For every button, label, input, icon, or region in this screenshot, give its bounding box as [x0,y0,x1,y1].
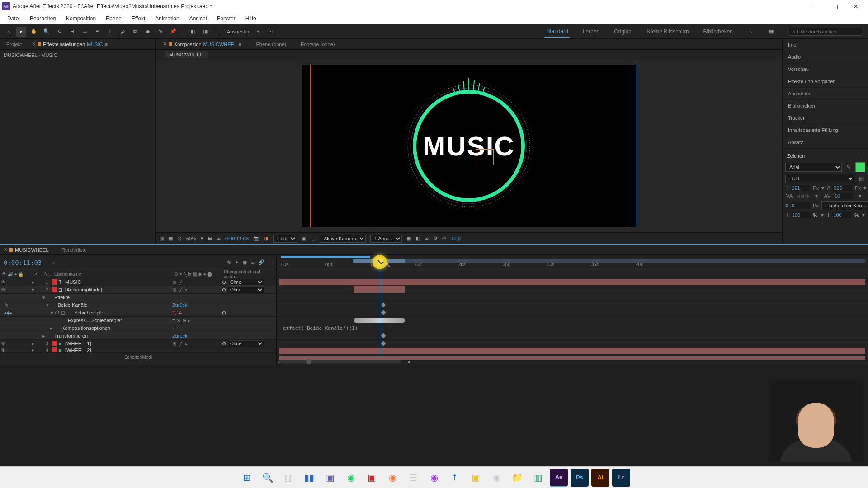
camera-select[interactable]: Aktive Kamera [320,235,366,243]
both-channels-row[interactable]: fx ▾ Beide Kanäle Zurück [0,301,276,309]
font-family-select[interactable]: Arial [785,163,842,172]
footage-tab[interactable]: Footage (ohne) [298,40,337,48]
viewer-btn-9[interactable]: ◧ [415,235,420,241]
minimize-button[interactable]: — [804,0,825,13]
snap-tool-2[interactable]: ⊡ [266,27,276,37]
workspace-learn[interactable]: Lernen [581,26,601,38]
tl-tool-5[interactable]: 🔗 [258,259,264,265]
taskbar-explorer[interactable]: ▮▮ [300,469,318,487]
menu-composition[interactable]: Komposition [61,14,100,23]
exposure-value[interactable]: +0,0 [451,236,461,241]
taskbar-illustrator[interactable]: Ai [591,469,609,487]
taskbar-whatsapp[interactable]: ◉ [342,469,360,487]
taskbar-firefox[interactable]: ◉ [383,469,401,487]
work-area-bar[interactable] [281,256,370,258]
tracking-input[interactable] [834,193,853,199]
extra-tool-1[interactable]: ◧ [188,27,198,37]
pen-tool[interactable]: ✒ [92,27,102,37]
panel-libraries[interactable]: Bibliotheken [783,100,868,112]
viewer-btn-10[interactable]: ⊡ [425,235,429,241]
keyframe[interactable] [381,310,386,315]
text-tool[interactable]: T [105,27,115,37]
menu-animation[interactable]: Animation [151,14,184,23]
layer2-bar[interactable] [354,286,405,293]
workspace-overflow[interactable]: » [745,27,755,37]
fill-color-swatch[interactable] [855,162,865,172]
taskbar-notes[interactable]: ▣ [467,469,485,487]
comp-duration-bar[interactable] [353,259,865,263]
viewer-btn-6[interactable]: ▣ [302,235,306,241]
panel-paragraph[interactable]: Absatz [783,136,868,149]
viewer-btn-12[interactable]: ⟳ [442,235,446,241]
keyframe[interactable] [381,341,386,346]
font-style-select[interactable]: Bold [785,174,854,183]
orbit-tool[interactable]: ⟲ [54,27,64,37]
expression-text[interactable]: effect("Beide Kanäle")(1) [283,325,358,331]
keyframe-strip[interactable] [354,318,405,323]
layer1-bar[interactable] [279,279,865,285]
keyframe[interactable] [381,333,386,338]
roto-tool[interactable]: ✎ [156,27,165,37]
timeline-comp-tab[interactable]: ✕MUSICWHEEL≡ [4,247,53,253]
shape-tool[interactable]: ▭ [80,27,90,37]
rotate-tool[interactable]: ⊞ [67,27,77,37]
slider-row[interactable]: ◂◆▸ ▾ ⏱ ◻ Schieberegler 1,14 ⊙ [0,309,276,317]
zoom-slider[interactable] [279,360,401,363]
parent-select-2[interactable]: Ohne [228,286,264,293]
snap-tool-1[interactable]: ⌖ [253,27,263,37]
tl-tool-1[interactable]: ↹ [227,259,231,265]
workspace-small[interactable]: Kleine Bildschirm [646,26,691,38]
menu-edit[interactable]: Bearbeiten [25,14,61,23]
clone-tool[interactable]: ⧉ [130,27,140,37]
viewer-btn-11[interactable]: ⚙ [433,235,438,241]
font-size-input[interactable] [791,185,810,191]
eyedropper-icon[interactable]: ✎ [844,164,853,170]
search-help[interactable]: ⌕ [787,28,864,36]
menu-window[interactable]: Fenster [212,14,240,23]
layer-tab[interactable]: Ebene (ohne) [254,40,289,48]
leading-input[interactable] [833,185,852,191]
viewer-btn-1[interactable]: ▥ [159,235,164,241]
panel-tracker[interactable]: Tracker [783,112,868,124]
layer3-bar[interactable] [279,348,865,354]
parent-select-1[interactable]: Ohne [228,279,264,286]
timeline-timecode[interactable]: 0:00:11:03 [4,259,42,266]
panel-align[interactable]: Ausrichten [783,88,868,100]
taskbar-obs[interactable]: ◉ [487,469,505,487]
comp-sub-tab[interactable]: MUSICWHEEL [165,51,208,58]
parent-select-3[interactable]: Ohne [228,340,264,347]
taskbar-teams[interactable]: ▣ [321,469,339,487]
tl-tool-3[interactable]: ▦ [242,259,247,265]
start-button[interactable]: ⊞ [238,469,256,487]
time-ruler[interactable]: 00s 05s 10s 15s 20s 25s 30s 35s 40s ↖ [277,255,868,270]
close-button[interactable]: ✕ [845,0,866,13]
layer-row-4[interactable]: 👁 ▸ 4 ■ [WHEEL_2] [0,347,276,353]
hscale-input[interactable] [833,212,852,218]
viewer-btn-3[interactable]: ◎ [177,235,182,241]
tl-tool-2[interactable]: ✦ [235,259,239,265]
workspace-original[interactable]: Original [612,26,634,38]
hand-tool[interactable]: ✋ [29,27,39,37]
selection-tool[interactable]: ▸ [16,27,26,37]
viewer-btn-5[interactable]: ⊡ [217,235,221,241]
taskbar-search[interactable]: 🔍 [259,469,277,487]
zoom-dropdown-icon[interactable]: ▾ [201,235,203,241]
viewer-btn-7[interactable]: ⬚ [311,235,315,241]
render-queue-tab[interactable]: Renderliste [61,247,87,253]
viewer-btn-4[interactable]: ⊞ [208,235,212,241]
stroke-style-select[interactable]: Fläche über Kon... [821,201,868,210]
menu-layer[interactable]: Ebene [101,14,126,23]
effect-controls-tab[interactable]: ✕ Effekteinstellungen MUSIC ≡ [28,40,111,48]
taskbar-folder[interactable]: 📁 [508,469,526,487]
vscale-input[interactable] [792,212,811,218]
taskbar-steam[interactable]: ☰ [404,469,422,487]
color-mgmt-icon[interactable]: ◑ [264,235,269,241]
workspace-libraries[interactable]: Bibliotheken [702,26,735,38]
taskbar-avira[interactable]: ▣ [363,469,381,487]
zoom-value[interactable]: 50% [186,236,196,241]
stroke-swatch[interactable]: ▦ [857,175,865,182]
tl-tool-4[interactable]: ⊡ [250,259,255,265]
timeline-search-icon[interactable]: ⌕ [52,260,56,265]
zoom-in-icon[interactable]: ▴ [408,358,410,364]
panel-info[interactable]: Info [783,39,868,51]
